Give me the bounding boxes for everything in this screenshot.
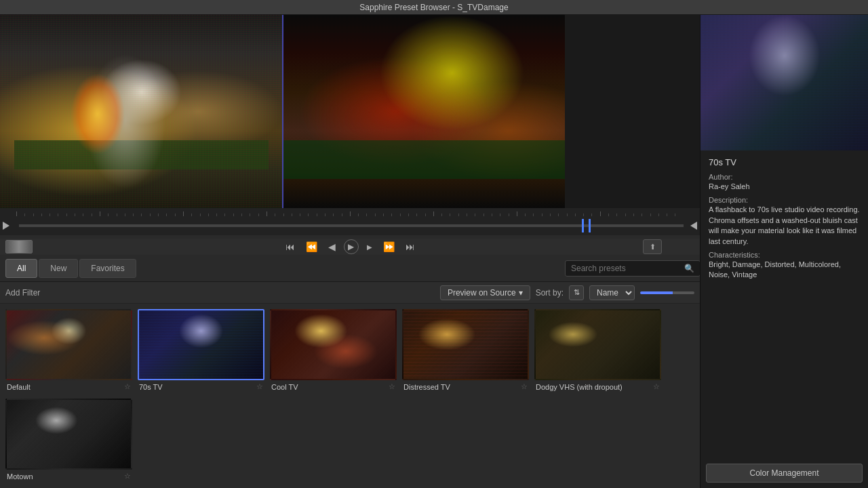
thumbnails-grid: Default☆70s TV☆Cool TV☆Distressed TV☆Dod… — [0, 304, 700, 488]
export-button[interactable]: ⬆ — [643, 239, 662, 254]
sort-icon: ⇅ — [574, 288, 580, 297]
thumbnail-label-row-dodgyvhs: Dodgy VHS (with dropout)☆ — [534, 380, 661, 393]
author-value: Ra-ey Saleh — [709, 182, 860, 192]
timeline-ticks — [0, 208, 700, 216]
thumbnail-item-70stv[interactable]: 70s TV☆ — [138, 309, 264, 393]
thumbnail-favorite-icon-dodgyvhs[interactable]: ☆ — [653, 382, 660, 391]
preview-source-chevron-icon: ▾ — [519, 288, 523, 298]
description-label: Description: — [709, 196, 860, 204]
thumbnail-label-row-70stv: 70s TV☆ — [138, 380, 264, 393]
step-back-button[interactable]: ⏪ — [303, 240, 320, 253]
play-button[interactable]: ▶ — [344, 239, 359, 254]
color-management-button[interactable]: Color Management — [706, 464, 863, 483]
timeline-tick — [100, 211, 108, 216]
thumbnail-image-distressed — [402, 309, 529, 380]
thumbnail-label-cooltv: Cool TV — [271, 383, 298, 391]
preset-preview-visual — [701, 15, 868, 150]
thumbnail-image-dodgyvhs — [534, 309, 661, 380]
thumbnail-item-cooltv[interactable]: Cool TV☆ — [270, 309, 397, 393]
timeline-tick — [433, 211, 441, 216]
split-left — [0, 15, 283, 208]
title-bar: Sapphire Preset Browser - S_TVDamage — [0, 0, 868, 15]
timeline-tick — [517, 211, 525, 216]
timeline-tick — [267, 211, 275, 216]
timeline-tick — [16, 211, 24, 216]
sortby-label: Sort by: — [536, 288, 564, 298]
thumbnail-favorite-icon-motown[interactable]: ☆ — [124, 472, 131, 481]
split-right — [283, 15, 566, 208]
timeline-area — [0, 208, 700, 239]
thumbnail-item-distressed[interactable]: Distressed TV☆ — [402, 309, 529, 393]
split-divider — [282, 15, 283, 208]
characteristics-label: Characteristics: — [709, 251, 860, 259]
tab-favorites[interactable]: Favorites — [79, 259, 136, 278]
transport-bar: ⏮ ⏪ ◀ ▶ ▶ ⏩ ⏭ ⬆ — [0, 239, 700, 255]
stadium-bg-right — [283, 15, 566, 208]
thumbnail-label-distressed: Distressed TV — [403, 383, 450, 391]
color-swatch[interactable] — [5, 240, 33, 253]
export-icon: ⬆ — [650, 243, 656, 251]
description-value: A flashback to 70s live studio video rec… — [709, 205, 860, 247]
thumbnail-item-dodgyvhs[interactable]: Dodgy VHS (with dropout)☆ — [534, 309, 661, 393]
thumbnail-image-motown — [5, 399, 132, 470]
sort-order-button[interactable]: ⇅ — [569, 285, 584, 300]
filter-tabs-bar: All New Favorites 🔍 — [0, 255, 700, 282]
thumbnail-label-motown: Motown — [7, 472, 33, 481]
thumbnail-size-slider-wrap — [640, 291, 694, 294]
filter-controls-right: Preview on Source ▾ Sort by: ⇅ Name — [440, 285, 694, 300]
preview-source-label: Preview on Source — [448, 288, 516, 298]
thumbnail-image-cooltv — [270, 309, 397, 380]
preset-info: 70s TV Author: Ra-ey Saleh Description: … — [701, 150, 868, 458]
add-filter-button[interactable]: Add Filter — [5, 288, 40, 298]
thumbnail-favorite-icon-default[interactable]: ☆ — [124, 382, 131, 391]
thumbnail-label-70stv: 70s TV — [139, 383, 163, 391]
thumbnail-image-default — [5, 309, 132, 380]
timeline-playhead — [589, 219, 591, 232]
timeline-track[interactable] — [19, 224, 684, 227]
thumbnail-favorite-icon-70stv[interactable]: ☆ — [256, 382, 263, 391]
thumbnail-label-row-motown: Motown☆ — [5, 470, 132, 483]
fire-effect — [71, 73, 125, 155]
thumbnail-label-row-distressed: Distressed TV☆ — [402, 380, 529, 393]
preset-title: 70s TV — [709, 157, 860, 167]
timeline-play-arrow — [3, 222, 9, 230]
step-forward-button[interactable]: ⏩ — [380, 240, 397, 253]
timeline-tick — [600, 211, 608, 216]
window-title: Sapphire Preset Browser - S_TVDamage — [359, 3, 508, 12]
preview-source-button[interactable]: Preview on Source ▾ — [440, 285, 530, 300]
thumbnail-favorite-icon-cooltv[interactable]: ☆ — [389, 382, 395, 391]
skip-to-start-button[interactable]: ⏮ — [283, 240, 298, 253]
presets-area: All New Favorites 🔍 Add Filter Preview o… — [0, 255, 700, 488]
thumbnail-image-70stv — [138, 309, 264, 380]
search-area: 🔍 — [565, 260, 694, 277]
characteristics-value: Bright, Damage, Distorted, Multicolored,… — [709, 260, 860, 281]
thumbnail-size-slider[interactable] — [640, 291, 694, 294]
skip-to-end-button[interactable]: ⏭ — [403, 240, 418, 253]
thumbnail-item-motown[interactable]: Motown☆ — [5, 399, 132, 483]
thumbnail-item-default[interactable]: Default☆ — [5, 309, 132, 393]
timeline-bar[interactable] — [0, 216, 700, 235]
filter-bar: Add Filter Preview on Source ▾ Sort by: … — [0, 282, 700, 304]
author-label: Author: — [709, 173, 860, 181]
search-input[interactable] — [565, 260, 701, 277]
thumbnail-favorite-icon-distressed[interactable]: ☆ — [521, 382, 528, 391]
tab-all[interactable]: All — [5, 259, 37, 278]
main-layout: ⏮ ⏪ ◀ ▶ ▶ ⏩ ⏭ ⬆ All New Favorites 🔍 — [0, 15, 868, 488]
tab-new[interactable]: New — [39, 259, 78, 278]
timeline-end-arrow — [690, 222, 697, 230]
thumbnail-label-default: Default — [7, 383, 31, 391]
timeline-tick — [350, 211, 358, 216]
thumbnail-label-row-default: Default☆ — [5, 380, 132, 393]
timeline-tick — [183, 211, 191, 216]
thumbnail-label-dodgyvhs: Dodgy VHS (with dropout) — [536, 383, 623, 391]
preset-preview — [701, 15, 868, 150]
sort-name-select[interactable]: Name — [589, 285, 635, 300]
frame-forward-button[interactable]: ▶ — [364, 242, 375, 252]
thumbnail-label-row-cooltv: Cool TV☆ — [270, 380, 397, 393]
frame-back-button[interactable]: ◀ — [326, 240, 338, 253]
preview-panel: ⏮ ⏪ ◀ ▶ ▶ ⏩ ⏭ ⬆ All New Favorites 🔍 — [0, 15, 700, 488]
video-preview — [0, 15, 565, 208]
right-panel: 70s TV Author: Ra-ey Saleh Description: … — [700, 15, 868, 488]
